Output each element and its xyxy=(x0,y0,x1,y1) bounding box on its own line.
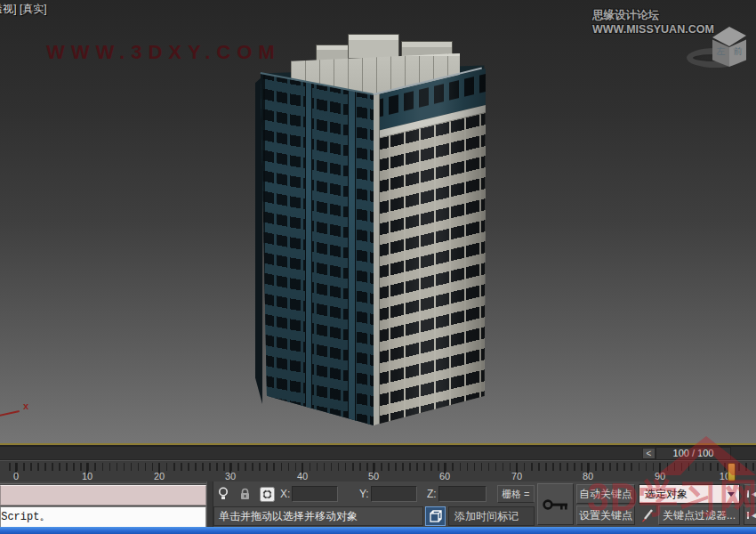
panel-divider xyxy=(206,481,213,527)
tick-label: 20 xyxy=(154,471,165,481)
building-model[interactable] xyxy=(252,32,501,429)
taskbar-edge xyxy=(0,527,756,534)
tick-label: 50 xyxy=(368,471,379,481)
viewcube[interactable]: 左 前 xyxy=(683,21,756,80)
previous-key-icon: ◄ xyxy=(750,490,756,498)
chevron-down-icon xyxy=(728,492,735,497)
set-keys-button[interactable] xyxy=(537,483,574,525)
y-coordinate-input[interactable] xyxy=(371,486,417,502)
tick-label: 60 xyxy=(439,471,450,481)
isolate-selection-toggle[interactable] xyxy=(425,506,446,526)
pencil-icon[interactable] xyxy=(639,506,656,525)
track-bar-ruler[interactable]: 0 10 20 30 40 50 60 70 80 90 100 xyxy=(0,460,756,481)
set-key-button[interactable]: 设置关键点 xyxy=(576,506,635,525)
absolute-mode-toggle-icon[interactable] xyxy=(258,484,276,504)
rooftop-unit xyxy=(348,34,399,59)
previous-frame-button[interactable]: < xyxy=(642,448,655,459)
auto-key-button[interactable]: 自动关键点 xyxy=(576,484,635,504)
z-coordinate-label: Z: xyxy=(427,484,437,504)
x-axis-line xyxy=(0,410,20,417)
x-coordinate-input[interactable] xyxy=(292,486,338,502)
viewport-3d[interactable]: [透视] [真实] WWW.3DXY.COM 思缘设计论坛 WWW.MISSYU… xyxy=(0,0,756,445)
lightbulb-icon[interactable] xyxy=(215,484,231,504)
watermark-3dxy: WWW.3DXY.COM xyxy=(46,41,281,64)
tick-label: 90 xyxy=(655,471,665,481)
world-axis-tripod: x xyxy=(0,399,36,425)
cube-icon xyxy=(430,510,442,522)
lock-icon[interactable] xyxy=(237,484,253,504)
building-left-facade xyxy=(261,74,374,425)
selection-filter-dropdown[interactable]: 选定对象 xyxy=(639,484,740,504)
tick-label: 70 xyxy=(511,471,522,481)
grid-size-display: 栅格 = xyxy=(497,485,535,503)
key-icon xyxy=(543,498,569,512)
time-slider-handle[interactable] xyxy=(728,463,736,481)
tick-label: 0 xyxy=(13,471,19,481)
maxscript-mini-listener[interactable]: XScript。 xyxy=(0,483,206,527)
previous-frame-playback-button[interactable]: ◄ xyxy=(744,506,756,525)
viewport-label[interactable]: [透视] [真实] xyxy=(0,2,47,17)
x-axis-label: x xyxy=(23,400,28,411)
tick-label: 40 xyxy=(297,471,308,481)
key-filters-button[interactable]: 关键点过滤器... xyxy=(658,506,740,525)
frame-counter: 100 / 100 xyxy=(655,447,731,460)
building-left-edge xyxy=(255,77,262,404)
time-slider-track[interactable]: < 100 / 100 xyxy=(0,447,756,460)
tick-label: 80 xyxy=(583,471,593,481)
z-coordinate-input[interactable] xyxy=(438,486,487,502)
x-coordinate-label: X: xyxy=(280,484,290,504)
go-to-start-button[interactable]: ◄ xyxy=(744,484,756,504)
status-panel: XScript。 X: Y: Z: 栅格 = 自动关键点 设置关键点 选定对象 … xyxy=(0,481,756,527)
listener-line[interactable]: XScript。 xyxy=(0,506,206,528)
status-prompt: 单击并拖动以选择并移动对象 xyxy=(213,506,423,526)
tick-label: 10 xyxy=(82,471,92,481)
building-right-facade xyxy=(374,69,486,425)
previous-frame-icon: ◄ xyxy=(750,511,756,520)
tick-label: 30 xyxy=(225,471,236,481)
macro-recorder-line[interactable] xyxy=(0,485,206,506)
y-coordinate-label: Y: xyxy=(359,484,369,504)
add-time-tag[interactable]: 添加时间标记 xyxy=(448,506,535,526)
